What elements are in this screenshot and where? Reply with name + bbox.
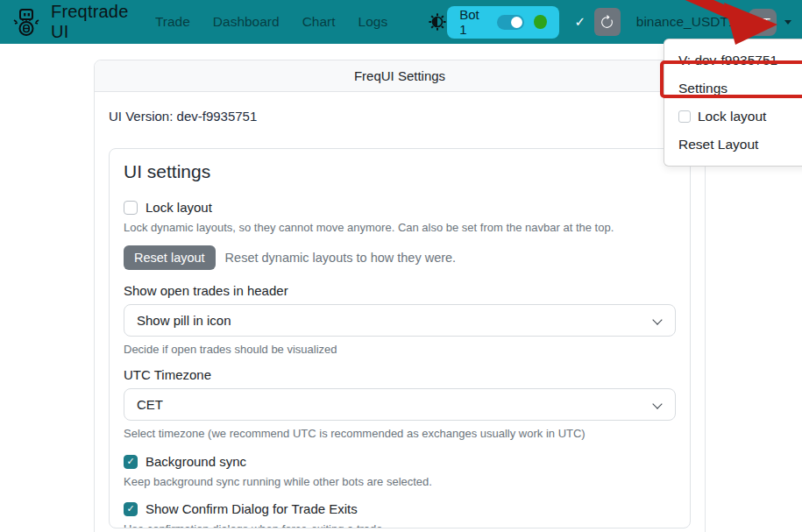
- background-sync-row[interactable]: ✓ Background sync: [124, 454, 676, 469]
- nav-link-dashboard[interactable]: Dashboard: [213, 14, 280, 30]
- background-sync-label[interactable]: Background sync: [145, 454, 246, 469]
- open-trades-label: Show open trades in header: [124, 283, 676, 298]
- background-sync-help: Keep background sync running while other…: [124, 475, 676, 488]
- chevron-down-icon: [652, 399, 662, 408]
- open-trades-help: Decide if open trades should be visualiz…: [124, 343, 676, 356]
- chevron-down-icon: [652, 315, 662, 324]
- brand[interactable]: Freqtrade UI: [11, 2, 136, 42]
- reset-layout-help: Reset dynamic layouts to how they were.: [225, 251, 457, 265]
- menu-item-version[interactable]: V: dev-f9935751: [664, 46, 802, 74]
- open-trades-selected-value: Show pill in icon: [137, 313, 231, 328]
- nav-link-logs[interactable]: Logs: [358, 14, 388, 30]
- settings-card: FreqUI Settings UI Version: dev-f9935751…: [94, 60, 706, 532]
- user-dropdown-menu: V: dev-f9935751 Settings Lock layout Res…: [664, 39, 802, 167]
- lock-layout-checkbox[interactable]: [124, 201, 138, 215]
- confirm-dialog-help: Use confirmation dialogs when force-exit…: [124, 522, 676, 528]
- reset-layout-button[interactable]: Reset layout: [124, 245, 216, 270]
- background-sync-checkbox[interactable]: ✓: [124, 455, 138, 469]
- chevron-down-icon[interactable]: [784, 20, 791, 25]
- lock-layout-menu-label: Lock layout: [698, 107, 766, 126]
- ui-version-text: UI Version: dev-f9935751: [109, 106, 691, 127]
- timezone-label: UTC Timezone: [124, 367, 676, 382]
- menu-item-settings[interactable]: Settings: [664, 74, 802, 103]
- user-avatar-button[interactable]: FT: [749, 9, 777, 36]
- lock-layout-help: Lock dynamic layouts, so they cannot mov…: [124, 221, 676, 234]
- bot-name-label: Bot 1: [459, 7, 487, 37]
- check-icon: ✓: [575, 14, 586, 30]
- open-trades-select[interactable]: Show pill in icon: [124, 304, 676, 337]
- confirm-dialog-label[interactable]: Show Confirm Dialog for Trade Exits: [145, 501, 358, 516]
- bot-toggle-switch[interactable]: [497, 15, 524, 30]
- toggle-knob: [511, 17, 522, 28]
- check-icon: ✓: [126, 457, 134, 466]
- menu-item-lock-layout[interactable]: Lock layout: [664, 103, 802, 131]
- confirm-dialog-row[interactable]: ✓ Show Confirm Dialog for Trade Exits: [124, 501, 676, 516]
- lock-layout-menu-checkbox[interactable]: [678, 110, 691, 123]
- refresh-button[interactable]: [594, 8, 621, 36]
- settings-card-title: FreqUI Settings: [95, 60, 705, 92]
- brand-title: Freqtrade UI: [51, 2, 136, 42]
- lock-layout-checkbox-row[interactable]: Lock layout: [124, 200, 676, 215]
- robot-logo-icon: [11, 6, 42, 38]
- top-navbar: Freqtrade UI Trade Dashboard Chart Logs …: [0, 0, 802, 44]
- timezone-help: Select timezone (we recommend UTC is rec…: [124, 427, 676, 440]
- active-login-name: binance_USDT1: [636, 14, 736, 30]
- nav-link-trade[interactable]: Trade: [155, 14, 190, 30]
- nav-links: Trade Dashboard Chart Logs: [155, 12, 447, 32]
- timezone-select[interactable]: CET: [124, 388, 676, 421]
- reset-layout-row: Reset layout Reset dynamic layouts to ho…: [124, 245, 676, 270]
- refresh-icon: [600, 15, 614, 30]
- timezone-selected-value: CET: [137, 397, 163, 412]
- settings-card-body: UI Version: dev-f9935751 UI settings Loc…: [95, 92, 705, 532]
- ui-settings-section: UI settings Lock layout Lock dynamic lay…: [109, 148, 691, 528]
- nav-link-chart[interactable]: Chart: [302, 14, 336, 30]
- section-title: UI settings: [124, 161, 676, 182]
- confirm-dialog-checkbox[interactable]: ✓: [124, 502, 138, 516]
- check-icon: ✓: [126, 504, 134, 514]
- bot-online-status-dot: [534, 15, 547, 29]
- lock-layout-label[interactable]: Lock layout: [145, 200, 212, 215]
- theme-brightness-icon[interactable]: [428, 12, 447, 32]
- navbar-right: Bot 1 ✓ binance_USDT1 FT: [447, 6, 791, 39]
- bot-selector-pill[interactable]: Bot 1: [447, 6, 558, 39]
- menu-item-reset-layout[interactable]: Reset Layout: [664, 131, 802, 159]
